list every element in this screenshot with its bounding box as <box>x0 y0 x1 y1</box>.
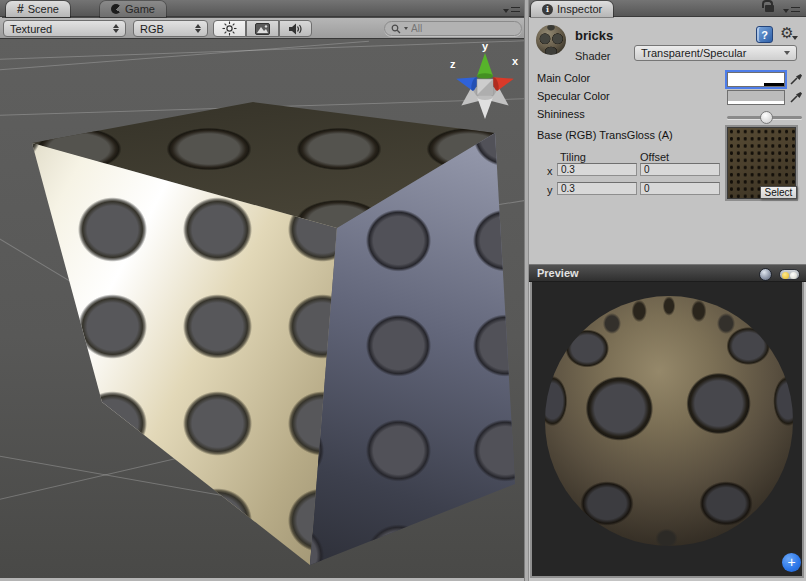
unity-editor-window: # Scene Game Textured RGB <box>0 0 806 581</box>
shader-label: Shader <box>575 50 610 62</box>
preview-sphere-icon[interactable] <box>759 268 772 281</box>
shininess-thumb[interactable] <box>760 111 773 124</box>
shader-value: Transparent/Specular <box>641 47 746 59</box>
stepper-arrows-icon <box>189 24 201 33</box>
shader-dropdown[interactable]: Transparent/Specular <box>634 45 797 61</box>
scene-toolbar: Textured RGB <box>0 18 524 39</box>
scene-panel: # Scene Game Textured RGB <box>0 0 524 581</box>
chevron-down-icon <box>784 51 790 55</box>
inspector-tabbar: i Inspector <box>529 0 806 17</box>
scene-search-field[interactable] <box>384 21 522 36</box>
base-texture-label: Base (RGB) TransGloss (A) <box>537 129 673 141</box>
gizmo-center-cube[interactable] <box>477 79 493 95</box>
gizmo-z-label: z <box>450 58 456 70</box>
tiling-header: Tiling <box>560 151 586 163</box>
gizmo-z-cone[interactable] <box>454 72 479 91</box>
stepper-arrows-icon <box>107 24 119 33</box>
eyedropper-icon[interactable] <box>789 89 803 104</box>
game-icon <box>111 4 121 14</box>
tab-game-label: Game <box>125 3 155 15</box>
gizmo-x-label: x <box>512 55 519 67</box>
lock-icon[interactable] <box>765 5 774 12</box>
specular-color-alpha-track <box>728 101 784 104</box>
sun-icon <box>222 21 237 36</box>
info-icon: i <box>542 4 553 15</box>
gizmo-gray-cone-down <box>477 94 493 119</box>
tab-inspector[interactable]: i Inspector <box>531 1 613 17</box>
skybox-toggle-button[interactable] <box>246 20 279 37</box>
row-x-label: x <box>547 165 553 177</box>
tiling-y-input[interactable] <box>557 182 637 195</box>
add-icon[interactable]: + <box>782 553 801 572</box>
main-color-alpha-track <box>728 83 784 86</box>
scene-tabbar: # Scene Game <box>0 0 524 17</box>
search-filter-arrow-icon <box>404 27 408 30</box>
material-name: bricks <box>575 28 613 43</box>
scene-panel-menu-icon[interactable] <box>503 7 520 14</box>
row-y-label: y <box>547 184 553 196</box>
render-mode-dropdown[interactable]: Textured <box>3 20 126 37</box>
tab-game[interactable]: Game <box>100 1 166 17</box>
search-icon <box>391 24 401 34</box>
search-input[interactable] <box>411 23 511 34</box>
image-icon <box>255 23 270 35</box>
render-mode-value: Textured <box>10 23 52 35</box>
select-texture-button[interactable]: Select <box>760 186 797 199</box>
tab-scene[interactable]: # Scene <box>6 1 70 17</box>
scene-grid-icon: # <box>17 2 24 16</box>
channel-value: RGB <box>140 23 164 35</box>
lighting-toggle-button[interactable] <box>213 20 246 37</box>
specular-color-label: Specular Color <box>537 90 610 102</box>
tab-scene-label: Scene <box>28 3 59 15</box>
specular-color-alpha <box>728 101 784 104</box>
specular-color-swatch[interactable] <box>727 90 785 105</box>
inspector-body: bricks Shader Transparent/Specular ? ⚙ M… <box>529 17 806 264</box>
main-color-alpha <box>728 83 764 86</box>
speaker-icon <box>288 22 303 36</box>
offset-x-input[interactable] <box>640 163 720 176</box>
offset-header: Offset <box>640 151 669 163</box>
preview-title: Preview <box>537 267 579 279</box>
tiling-x-input[interactable] <box>557 163 637 176</box>
gizmo-y-cone[interactable] <box>477 53 493 79</box>
orientation-gizmo[interactable]: y x z <box>436 39 524 131</box>
offset-y-input[interactable] <box>640 182 720 195</box>
eyedropper-icon[interactable] <box>789 71 803 86</box>
gizmo-y-label: y <box>482 40 489 52</box>
shininess-label: Shininess <box>537 108 585 120</box>
preview-material-sphere <box>545 296 793 546</box>
preview-lights-icon[interactable] <box>779 269 800 280</box>
help-icon[interactable]: ? <box>756 26 773 43</box>
gizmo-x-cone[interactable] <box>491 72 516 91</box>
main-color-swatch[interactable] <box>727 72 785 87</box>
preview-header[interactable]: Preview <box>529 264 806 282</box>
audio-toggle-button[interactable] <box>279 20 312 37</box>
scene-viewport[interactable]: y x z <box>0 39 524 578</box>
main-color-label: Main Color <box>537 72 590 84</box>
inspector-panel: i Inspector bricks Shader Transparent/Sp… <box>529 0 806 581</box>
preview-area[interactable]: + <box>530 282 804 578</box>
tab-inspector-label: Inspector <box>557 3 602 15</box>
material-preview-icon <box>536 25 566 55</box>
inspector-panel-menu-icon[interactable] <box>783 7 800 14</box>
gear-icon[interactable]: ⚙ <box>778 24 796 42</box>
shininess-slider[interactable] <box>727 116 802 119</box>
channel-dropdown[interactable]: RGB <box>133 20 208 37</box>
